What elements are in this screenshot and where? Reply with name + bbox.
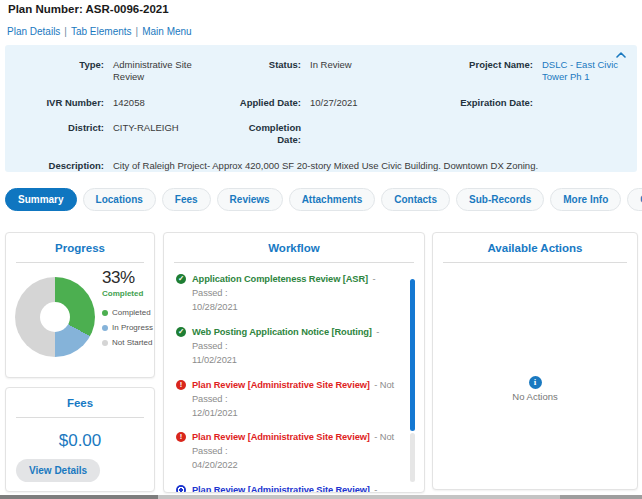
workflow-step-date: 10/28/2021	[192, 301, 396, 315]
workflow-item: ✓ Web Posting Application Notice [Routin…	[176, 326, 396, 368]
breadcrumb: Plan Details|Tab Elements|Main Menu	[7, 26, 192, 37]
bottom-strip-segment	[560, 495, 642, 499]
workflow-step-name: Plan Review [Administrative Site Review]	[192, 432, 370, 442]
nav-link-plan-details[interactable]: Plan Details	[7, 26, 60, 37]
workflow-step-name: Plan Review [Administrative Site Review]	[192, 485, 370, 493]
divider	[16, 262, 144, 263]
type-label: Type:	[5, 59, 113, 84]
status-value: In Review	[310, 59, 458, 84]
workflow-list: ✓ Application Completeness Review [ASR] …	[176, 273, 396, 493]
applied-date-label: Applied Date:	[228, 97, 310, 109]
nav-separator: |	[64, 26, 67, 37]
chevron-up-icon[interactable]	[616, 52, 626, 58]
tab-summary[interactable]: Summary	[5, 188, 77, 211]
nav-separator: |	[136, 26, 139, 37]
district-label: District:	[5, 122, 113, 147]
expiration-date-value	[542, 97, 637, 109]
fees-card: Fees $0.00 View Details	[5, 387, 155, 492]
legend-dot	[102, 340, 108, 346]
workflow-scrollbar-track	[410, 433, 415, 482]
progress-donut-chart	[15, 277, 95, 357]
legend-item: In Progress	[102, 323, 153, 332]
info-icon: i	[529, 376, 542, 389]
legend-label: In Progress	[112, 323, 153, 332]
status-label: Status:	[228, 59, 310, 84]
plan-details-panel: Type: Administrative Site Review Status:…	[5, 45, 637, 172]
page-title: Plan Number: ASR-0096-2021	[8, 3, 169, 15]
no-actions-empty-state: i No Actions	[433, 371, 637, 402]
tab-fees[interactable]: Fees	[162, 188, 211, 211]
tab-locations[interactable]: Locations	[83, 188, 156, 211]
workflow-card: Workflow ✓ Application Completeness Revi…	[163, 232, 425, 493]
applied-date-value: 10/27/2021	[310, 97, 458, 109]
fees-card-title: Fees	[6, 388, 154, 409]
tab-sub-records[interactable]: Sub-Records	[456, 188, 544, 211]
workflow-step-name: Web Posting Application Notice [Routing]	[192, 327, 372, 337]
nav-link-tab-elements[interactable]: Tab Elements	[71, 26, 132, 37]
workflow-step-date: 04/20/2022	[192, 459, 396, 473]
exclamation-circle-icon: !	[176, 432, 186, 442]
fees-amount: $0.00	[6, 431, 154, 451]
project-name-link[interactable]: DSLC - East Civic Tower Ph 1	[542, 59, 637, 84]
workflow-item: ✓ Application Completeness Review [ASR] …	[176, 273, 396, 315]
tab-bar: Summary Locations Fees Reviews Attachmen…	[5, 188, 642, 211]
workflow-step-name: Plan Review [Administrative Site Review]	[192, 380, 370, 390]
progress-percent: 33%	[102, 268, 153, 288]
tab-conditions[interactable]: Conditions	[627, 188, 642, 211]
legend-item: Completed	[102, 308, 153, 317]
workflow-card-title: Workflow	[164, 233, 424, 254]
tab-contacts[interactable]: Contacts	[381, 188, 450, 211]
expiration-date-label: Expiration Date:	[458, 97, 542, 109]
check-circle-icon: ✓	[176, 274, 186, 284]
legend-label: Completed	[112, 308, 151, 317]
divider	[174, 262, 414, 263]
workflow-step-date: 11/02/2021	[192, 354, 396, 368]
nav-link-main-menu[interactable]: Main Menu	[142, 26, 191, 37]
radio-dot-icon	[176, 485, 186, 493]
workflow-item: ! Plan Review [Administrative Site Revie…	[176, 431, 396, 473]
legend-dot	[102, 325, 108, 331]
legend-dot	[102, 310, 108, 316]
ivr-number-label: IVR Number:	[5, 97, 113, 109]
tab-more-info[interactable]: More Info	[550, 188, 621, 211]
divider	[443, 262, 627, 263]
tab-attachments[interactable]: Attachments	[289, 188, 376, 211]
workflow-scrollbar	[410, 279, 415, 482]
progress-card-title: Progress	[6, 233, 154, 254]
donut-hole	[40, 302, 70, 332]
legend-item: Not Started	[102, 338, 153, 347]
workflow-step-date: 12/01/2021	[192, 407, 396, 421]
bottom-strip-segment	[0, 495, 158, 499]
no-actions-text: No Actions	[433, 391, 637, 402]
tab-reviews[interactable]: Reviews	[217, 188, 283, 211]
workflow-item: Plan Review [Administrative Site Review]…	[176, 484, 396, 493]
exclamation-circle-icon: !	[176, 380, 186, 390]
progress-card: Progress 33% Completed Completed In Prog…	[5, 232, 155, 378]
completion-date-value	[310, 122, 458, 147]
type-value: Administrative Site Review	[113, 59, 228, 84]
bottom-edge-strip	[0, 495, 642, 499]
project-name-label: Project Name:	[458, 59, 542, 84]
ivr-number-value: 142058	[113, 97, 228, 109]
check-circle-icon: ✓	[176, 327, 186, 337]
workflow-step-name: Application Completeness Review [ASR]	[192, 274, 368, 284]
view-details-button[interactable]: View Details	[16, 459, 100, 482]
workflow-scrollbar-thumb[interactable]	[410, 279, 415, 431]
progress-legend: Completed In Progress Not Started	[102, 308, 153, 347]
available-actions-card: Available Actions i No Actions	[432, 232, 638, 490]
description-value: City of Raleigh Project- Approx 420,000 …	[113, 160, 637, 172]
district-value: CITY-RALEIGH	[113, 122, 228, 147]
progress-percent-caption: Completed	[102, 289, 153, 298]
legend-label: Not Started	[112, 338, 152, 347]
available-actions-title: Available Actions	[433, 233, 637, 254]
workflow-item: ! Plan Review [Administrative Site Revie…	[176, 379, 396, 421]
description-label: Description:	[5, 160, 113, 172]
completion-date-label: Completion Date:	[228, 122, 310, 147]
divider	[16, 417, 144, 418]
